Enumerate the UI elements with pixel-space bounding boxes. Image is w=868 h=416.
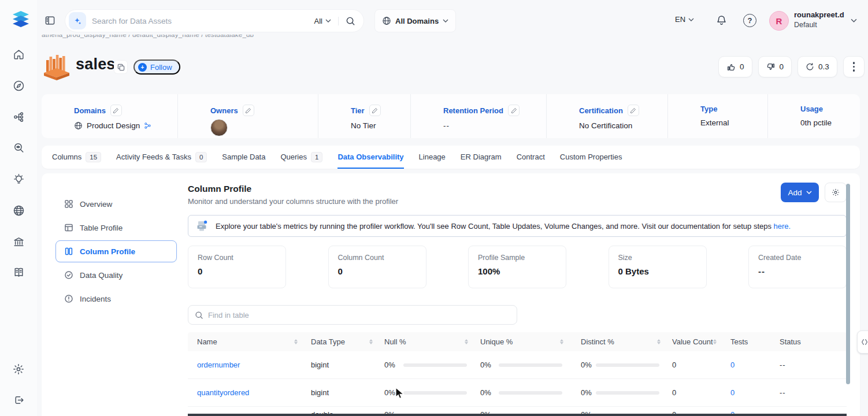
downvote-button[interactable]: 0 xyxy=(758,56,792,77)
distinct-pct: 0% xyxy=(581,361,592,369)
app-logo[interactable] xyxy=(10,9,31,32)
chevron-down-icon xyxy=(443,19,448,23)
sort-icon[interactable] xyxy=(713,339,717,344)
tab-count: 15 xyxy=(86,152,101,162)
profiler-settings-button[interactable] xyxy=(825,183,847,202)
type-value: External xyxy=(700,118,729,127)
home-icon[interactable] xyxy=(10,46,27,62)
sort-icon[interactable] xyxy=(560,339,563,344)
user-menu-chevron-icon[interactable] xyxy=(851,18,857,23)
chevron-down-icon xyxy=(688,18,694,21)
check-circle-icon xyxy=(64,270,73,280)
edit-retention-icon[interactable] xyxy=(508,105,520,116)
user-menu[interactable]: rounakpreet.d Default xyxy=(794,10,844,29)
owner-avatar[interactable] xyxy=(210,119,228,136)
subnav-overview[interactable]: Overview xyxy=(55,193,177,215)
table-icon xyxy=(64,223,73,232)
tab-er-diagram[interactable]: ER Diagram xyxy=(461,146,502,169)
edit-domains-icon[interactable] xyxy=(110,105,122,116)
user-avatar[interactable]: R xyxy=(769,11,789,31)
column-name-link[interactable]: quantityordered xyxy=(197,388,249,397)
discovery-search-icon[interactable] xyxy=(10,140,27,156)
page-title: sales xyxy=(76,55,116,73)
value-count: 0 xyxy=(672,361,676,369)
follow-button[interactable]: + Follow xyxy=(133,60,180,75)
certification-value: No Certification xyxy=(579,121,632,130)
search-scope-dropdown[interactable]: All xyxy=(314,17,339,25)
globe-icon xyxy=(382,16,391,25)
subnav-label: Overview xyxy=(80,200,112,209)
subnav-table-profile[interactable]: Table Profile xyxy=(55,217,177,239)
certification-label: Certification xyxy=(579,106,623,115)
table-row: quantityordered bigint 0% 0% 0% 0 0 -- xyxy=(188,379,847,407)
header-value-count[interactable]: Value Count xyxy=(666,332,722,351)
subnav-data-quality[interactable]: Data Quality xyxy=(55,264,177,286)
tab-activity-feeds[interactable]: Activity Feeds & Tasks0 xyxy=(116,146,207,169)
edit-owners-icon[interactable] xyxy=(243,105,254,116)
header-null-pct[interactable]: Null % xyxy=(379,332,474,351)
unique-pct: 0% xyxy=(480,361,491,369)
copy-link-icon[interactable] xyxy=(114,61,127,73)
header-distinct-pct[interactable]: Distinct % xyxy=(569,332,666,351)
downvote-count: 0 xyxy=(780,62,784,71)
sort-icon[interactable] xyxy=(657,339,661,344)
ai-sparkle-icon[interactable] xyxy=(69,12,86,29)
tab-contract[interactable]: Contract xyxy=(517,146,545,169)
insights-bulb-icon[interactable] xyxy=(10,171,27,187)
header-name[interactable]: Name xyxy=(188,332,303,351)
athena-table-icon xyxy=(43,51,71,81)
table-row: ordernumber bigint 0% 0% 0% 0 0 -- xyxy=(188,351,847,379)
tab-columns[interactable]: Columns15 xyxy=(52,146,101,169)
glossary-book-icon[interactable] xyxy=(10,264,27,280)
grid-icon xyxy=(64,199,73,209)
sort-icon[interactable] xyxy=(465,339,468,344)
add-button[interactable]: Add xyxy=(781,183,819,202)
panel-expand-handle[interactable] xyxy=(857,330,868,354)
tab-data-observability[interactable]: Data Observability xyxy=(337,146,403,169)
data-assets-icon[interactable] xyxy=(10,109,27,125)
all-domains-dropdown[interactable]: All Domains xyxy=(374,9,456,32)
domains-globe-icon[interactable] xyxy=(10,202,27,218)
header-unique-pct[interactable]: Unique % xyxy=(474,332,569,351)
stat-created-date: Created Date -- xyxy=(748,246,847,288)
entity-tabs: Columns15 Activity Feeds & Tasks0 Sample… xyxy=(42,146,860,169)
header-data-type[interactable]: Data Type xyxy=(303,332,379,351)
notifications-bell-icon[interactable] xyxy=(715,14,728,27)
language-dropdown[interactable]: EN xyxy=(675,15,694,24)
logout-icon[interactable] xyxy=(10,392,27,408)
version-button[interactable]: 0.3 xyxy=(797,56,837,77)
sidebar-toggle-icon[interactable] xyxy=(44,15,55,26)
edit-tier-icon[interactable] xyxy=(369,105,381,116)
tests-link[interactable]: 0 xyxy=(730,361,735,369)
help-icon[interactable]: ? xyxy=(743,14,756,27)
tab-lineage[interactable]: Lineage xyxy=(419,146,446,169)
column-profile-panel: Column Profile Monitor and understand yo… xyxy=(188,173,847,416)
observability-panel: Overview Table Profile Column Profile Da… xyxy=(42,173,860,416)
domains-value[interactable]: Product Design xyxy=(87,121,140,130)
subnav-label: Column Profile xyxy=(80,247,135,256)
find-in-table-input[interactable] xyxy=(208,311,510,320)
tier-value: No Tier xyxy=(351,121,376,130)
banner-here-link[interactable]: here. xyxy=(774,222,791,231)
more-options-button[interactable] xyxy=(843,56,865,77)
subnav-incidents[interactable]: Incidents xyxy=(55,288,177,310)
tests-link[interactable]: 0 xyxy=(730,388,735,397)
breadcrumb[interactable]: athena_prod_display_name / default_displ… xyxy=(42,35,388,40)
subdomain-icon xyxy=(144,122,151,129)
unique-pct: 0% xyxy=(480,388,491,397)
search-input[interactable] xyxy=(92,17,314,25)
search-icon[interactable] xyxy=(346,16,355,26)
column-name-link[interactable]: ordernumber xyxy=(197,361,240,369)
vertical-scrollbar[interactable] xyxy=(846,184,850,384)
sort-icon[interactable] xyxy=(294,339,298,344)
tab-queries[interactable]: Queries1 xyxy=(280,146,322,169)
upvote-button[interactable]: 0 xyxy=(718,56,752,77)
settings-gear-icon[interactable] xyxy=(10,361,27,377)
edit-certification-icon[interactable] xyxy=(628,105,639,116)
tab-sample-data[interactable]: Sample Data xyxy=(222,146,265,169)
govern-bank-icon[interactable] xyxy=(10,233,27,250)
sort-icon[interactable] xyxy=(369,339,373,344)
subnav-column-profile[interactable]: Column Profile xyxy=(55,240,177,262)
explore-compass-icon[interactable] xyxy=(10,77,27,94)
tab-custom-properties[interactable]: Custom Properties xyxy=(560,146,622,169)
